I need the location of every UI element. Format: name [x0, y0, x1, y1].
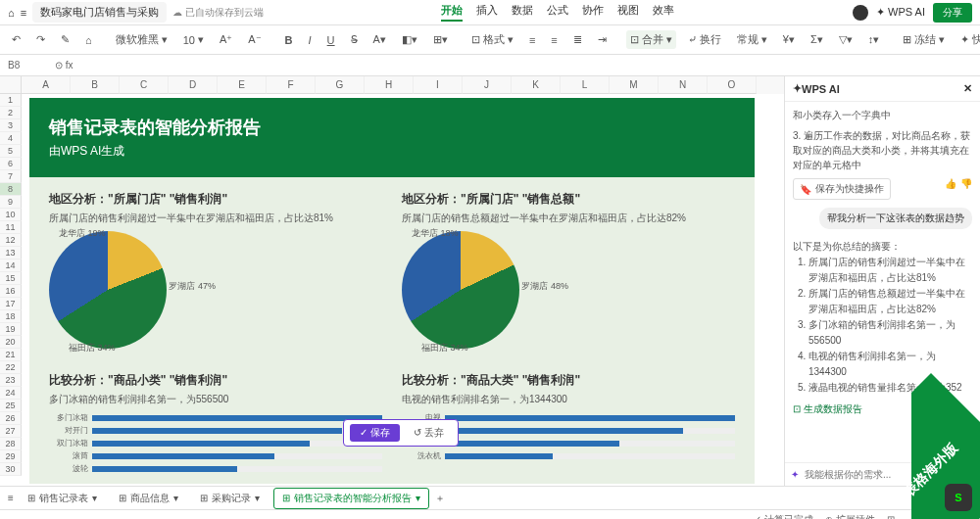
col-header[interactable]: I [414, 76, 463, 94]
row-header[interactable]: 25 [0, 400, 22, 412]
merge-button[interactable]: ⊡ 合并▾ [626, 30, 676, 49]
thumbs-down-icon[interactable]: 👎 [960, 178, 972, 189]
col-header[interactable]: A [22, 76, 71, 94]
col-header[interactable]: D [169, 76, 218, 94]
sheet-tab[interactable]: ⊞ 采购记录 ▾ [192, 489, 268, 508]
col-header[interactable]: H [365, 76, 414, 94]
sheet-tab[interactable]: ⊞ 商品信息 ▾ [111, 489, 186, 508]
row-header[interactable]: 22 [0, 361, 22, 374]
row-header[interactable]: 18 [0, 310, 22, 323]
row-header[interactable]: 17 [0, 298, 22, 310]
col-header[interactable]: B [71, 76, 120, 94]
row-header[interactable]: 29 [0, 450, 22, 463]
row-header[interactable]: 30 [0, 463, 22, 476]
strike-icon[interactable]: S̶ [347, 31, 362, 48]
col-header[interactable]: E [218, 76, 267, 94]
indent-icon[interactable]: ⇥ [594, 31, 611, 48]
row-header[interactable]: 8 [0, 183, 22, 196]
freeze-button[interactable]: ⊞ 冻结▾ [899, 30, 949, 49]
bold-icon[interactable]: B [281, 32, 297, 48]
sheet-tab[interactable]: ⊞ 销售记录表 ▾ [20, 489, 105, 508]
row-header[interactable]: 20 [0, 336, 22, 349]
avatar[interactable] [853, 5, 868, 21]
save-button[interactable]: ✓ 保存 [350, 424, 400, 442]
row-header[interactable]: 5 [0, 145, 22, 158]
row-header[interactable]: 14 [0, 260, 22, 272]
row-header[interactable]: 3 [0, 119, 22, 132]
align-center-icon[interactable]: ≡ [547, 32, 561, 48]
wrap-button[interactable]: ⤶ 换行 [684, 30, 725, 49]
menu-view[interactable]: 视图 [617, 3, 639, 22]
menu-start[interactable]: 开始 [441, 3, 463, 22]
row-header[interactable]: 23 [0, 374, 22, 387]
row-header[interactable]: 21 [0, 349, 22, 361]
row-header[interactable]: 27 [0, 425, 22, 438]
document-tab[interactable]: 数码家电门店销售与采购 [32, 2, 167, 23]
row-header[interactable]: 2 [0, 107, 22, 119]
row-header[interactable]: 11 [0, 221, 22, 234]
row-header[interactable]: 28 [0, 438, 22, 450]
size-down-icon[interactable]: A⁻ [244, 31, 265, 48]
row-header[interactable]: 1 [0, 94, 22, 107]
row-header[interactable]: 10 [0, 209, 22, 221]
save-quick-action[interactable]: 🔖 保存为快捷操作 [793, 178, 891, 200]
sum-icon[interactable]: Σ▾ [807, 31, 827, 48]
share-button[interactable]: 分享 [933, 3, 972, 23]
row-header[interactable]: 15 [0, 272, 22, 285]
sort-icon[interactable]: ↕▾ [864, 31, 884, 48]
align-v-icon[interactable]: ≣ [569, 31, 586, 48]
home-icon[interactable]: ⌂ [8, 7, 15, 19]
row-header[interactable]: 4 [0, 132, 22, 145]
align-left-icon[interactable]: ≡ [525, 32, 539, 48]
row-header[interactable]: 24 [0, 387, 22, 400]
col-header[interactable]: O [708, 76, 757, 94]
col-header[interactable]: N [659, 76, 708, 94]
cell-reference[interactable]: B8 [8, 60, 47, 71]
fill-color-icon[interactable]: ◧▾ [398, 31, 421, 48]
underline-icon[interactable]: U [323, 32, 339, 48]
row-header[interactable]: 7 [0, 170, 22, 183]
redo-icon[interactable]: ↷ [32, 31, 49, 48]
tabs-menu-icon[interactable]: ≡ [8, 493, 14, 503]
menu-formula[interactable]: 公式 [547, 3, 568, 22]
format-dropdown[interactable]: ⊡ 格式▾ [467, 30, 517, 49]
col-header[interactable]: C [120, 76, 169, 94]
row-header[interactable]: 19 [0, 323, 22, 336]
brush-icon[interactable]: ⌂ [81, 32, 96, 48]
filter-icon[interactable]: ▽▾ [835, 31, 857, 48]
paint-icon[interactable]: ✎ [57, 31, 74, 48]
wps-ai-button[interactable]: ✦ WPS AI [876, 6, 925, 19]
menu-eff[interactable]: 效率 [653, 3, 674, 22]
menu-collab[interactable]: 协作 [582, 3, 604, 22]
col-header[interactable]: J [463, 76, 512, 94]
add-sheet-icon[interactable]: ＋ [435, 492, 445, 505]
fx-icon[interactable]: ⊙ fx [55, 60, 74, 71]
font-select[interactable]: 微软雅黑 ▾ [112, 30, 172, 49]
row-header[interactable]: 13 [0, 247, 22, 260]
close-icon[interactable]: ✕ [963, 82, 972, 95]
row-header[interactable]: 6 [0, 158, 22, 170]
size-select[interactable]: 10 ▾ [179, 31, 208, 48]
undo-icon[interactable]: ↶ [8, 31, 24, 48]
col-header[interactable]: K [512, 76, 561, 94]
number-format[interactable]: 常规▾ [733, 30, 771, 49]
col-header[interactable]: L [561, 76, 610, 94]
border-icon[interactable]: ⊞▾ [429, 31, 452, 48]
col-header[interactable]: G [316, 76, 365, 94]
font-color-icon[interactable]: A▾ [369, 31, 390, 48]
thumbs-up-icon[interactable]: 👍 [945, 178, 956, 189]
menu-data[interactable]: 数据 [512, 3, 533, 22]
sheet-tab-active[interactable]: ⊞ 销售记录表的智能分析报告 ▾ [273, 488, 429, 509]
col-header[interactable]: F [267, 76, 316, 94]
col-header[interactable]: M [610, 76, 659, 94]
quick-tools[interactable]: ✦ 快捷工具▾ [956, 30, 980, 49]
row-header[interactable]: 26 [0, 412, 22, 425]
size-up-icon[interactable]: A⁺ [216, 31, 236, 48]
row-header[interactable]: 12 [0, 234, 22, 247]
row-header[interactable]: 9 [0, 196, 22, 209]
menu-icon[interactable]: ≡ [21, 7, 26, 19]
currency-icon[interactable]: ¥▾ [779, 31, 799, 48]
spreadsheet[interactable]: A B C D E F G H I J K L M N O 1234567891… [0, 76, 784, 486]
extensions[interactable]: ⊕ 扩展插件 [825, 513, 875, 520]
discard-button[interactable]: ↺ 丢弃 [406, 424, 452, 442]
